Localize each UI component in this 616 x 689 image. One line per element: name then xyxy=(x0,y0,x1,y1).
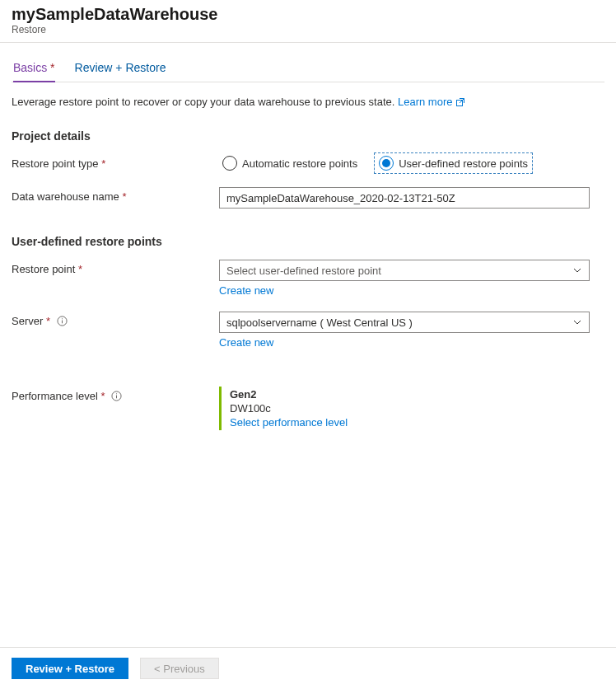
label-data-warehouse-name: Data warehouse name * xyxy=(12,187,219,203)
label-data-warehouse-name-text: Data warehouse name xyxy=(12,190,119,203)
radio-user-defined-label: User-defined restore points xyxy=(399,157,528,170)
restore-point-placeholder: Select user-defined restore point xyxy=(226,265,381,277)
label-server-text: Server xyxy=(12,315,43,327)
select-performance-level-link[interactable]: Select performance level xyxy=(230,416,348,429)
intro-text-content: Leverage restore point to recover or cop… xyxy=(12,96,398,108)
learn-more-label: Learn more xyxy=(398,96,452,108)
label-performance-level: Performance level * xyxy=(12,387,219,402)
info-icon[interactable] xyxy=(57,316,68,326)
create-new-server-link[interactable]: Create new xyxy=(219,336,273,349)
label-restore-point-type: Restore point type * xyxy=(12,154,219,170)
intro-text: Leverage restore point to recover or cop… xyxy=(12,96,604,108)
footer-bar: Review + Restore < Previous xyxy=(0,647,616,689)
required-asterisk: * xyxy=(47,61,54,74)
label-server: Server * xyxy=(12,312,219,327)
tab-basics-label: Basics xyxy=(13,61,47,74)
radio-circle-icon xyxy=(379,156,394,171)
radio-automatic-label: Automatic restore points xyxy=(242,157,357,170)
svg-point-6 xyxy=(116,393,117,394)
info-icon[interactable] xyxy=(111,391,122,401)
performance-level-box: Gen2 DW100c Select performance level xyxy=(219,387,590,430)
external-link-icon xyxy=(455,97,465,107)
tab-basics[interactable]: Basics * xyxy=(13,58,55,82)
radio-dot-icon xyxy=(382,159,390,167)
section-project-details: Project details xyxy=(12,129,604,143)
page-title: mySampleDataWarehouse xyxy=(12,5,604,24)
required-asterisk: * xyxy=(78,263,82,275)
server-value: sqlpoolservername ( West Central US ) xyxy=(226,316,413,329)
performance-tier: Gen2 xyxy=(230,388,581,401)
required-asterisk: * xyxy=(100,390,105,402)
required-asterisk: * xyxy=(101,157,105,170)
page-subtitle: Restore xyxy=(12,24,604,35)
radio-user-defined-restore-points[interactable]: User-defined restore points xyxy=(376,154,531,172)
previous-button[interactable]: < Previous xyxy=(140,658,219,679)
label-restore-point-text: Restore point xyxy=(12,263,75,275)
required-asterisk: * xyxy=(122,190,126,203)
radio-group-restore-point-type: Automatic restore points User-defined re… xyxy=(219,154,590,172)
label-restore-point-type-text: Restore point type xyxy=(12,157,99,170)
tab-review-restore[interactable]: Review + Restore xyxy=(75,58,166,82)
create-new-restore-point-link[interactable]: Create new xyxy=(219,284,273,297)
review-restore-button[interactable]: Review + Restore xyxy=(12,658,128,679)
required-asterisk: * xyxy=(46,315,50,327)
learn-more-link[interactable]: Learn more xyxy=(398,96,465,108)
section-user-defined-restore-points: User-defined restore points xyxy=(12,235,604,248)
svg-point-3 xyxy=(62,318,63,319)
data-warehouse-name-input[interactable] xyxy=(219,187,590,209)
header-divider xyxy=(0,42,616,43)
restore-point-select[interactable]: Select user-defined restore point xyxy=(219,260,590,281)
chevron-down-icon xyxy=(572,317,582,327)
label-restore-point: Restore point * xyxy=(12,260,219,275)
radio-circle-icon xyxy=(222,156,237,171)
radio-automatic-restore-points[interactable]: Automatic restore points xyxy=(219,154,361,172)
label-performance-level-text: Performance level xyxy=(12,390,98,402)
performance-level-value: DW100c xyxy=(230,402,581,415)
tab-bar: Basics * Review + Restore xyxy=(12,58,604,82)
chevron-down-icon xyxy=(572,265,582,275)
server-select[interactable]: sqlpoolservername ( West Central US ) xyxy=(219,312,590,333)
